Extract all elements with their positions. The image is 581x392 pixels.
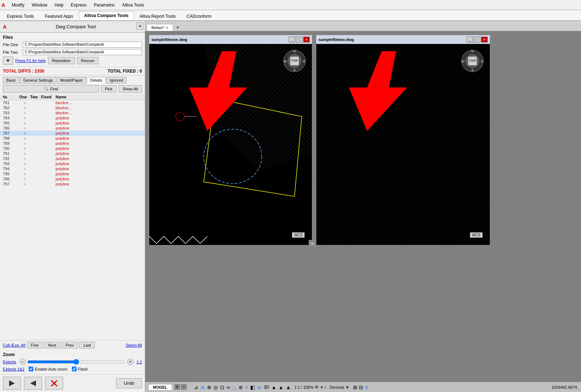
window-two-minimize[interactable]: _ bbox=[467, 37, 473, 42]
polar-icon[interactable]: ◎ bbox=[214, 384, 218, 390]
table-row[interactable]: 782 ○ blockre... bbox=[0, 105, 145, 110]
new-tab-button[interactable]: + bbox=[173, 24, 182, 31]
tab-add-icon[interactable]: + bbox=[181, 384, 187, 390]
find-button[interactable]: 🔍 Find bbox=[3, 85, 99, 93]
zoom-ratio[interactable]: 1:1 bbox=[137, 360, 142, 364]
otrack-icon[interactable]: ∞ bbox=[227, 384, 230, 390]
flash-label[interactable]: Flash bbox=[72, 367, 88, 371]
tab-altiva-compare[interactable]: Altiva Compare Tools bbox=[79, 11, 134, 20]
menu-help[interactable]: Help bbox=[51, 1, 67, 9]
table-row[interactable]: 791 ○ polyline bbox=[0, 151, 145, 156]
window-one-maximize[interactable]: □ bbox=[296, 37, 302, 42]
menu-altiva-tools[interactable]: Altiva Tools bbox=[118, 1, 147, 9]
forward-button[interactable] bbox=[3, 377, 21, 390]
table-row[interactable]: 783 ○ blockre... bbox=[0, 110, 145, 115]
dropdown-button[interactable]: ▼ bbox=[3, 57, 13, 65]
menu-modify[interactable]: Modify bbox=[8, 1, 28, 9]
tab-grid-icon[interactable]: ⊞ bbox=[174, 384, 180, 390]
extents-1-2-link[interactable]: Extents 1&2 bbox=[3, 367, 24, 371]
back-button[interactable] bbox=[24, 377, 42, 390]
table-row[interactable]: 785 ○ polyline bbox=[0, 121, 145, 126]
rescan-button[interactable]: Rescan bbox=[77, 57, 98, 64]
diff-table-body[interactable]: 781 ○ blockre... 782 ○ blockre... 783 ○ … bbox=[0, 100, 145, 234]
tab-general-settings[interactable]: General Settings bbox=[20, 77, 56, 83]
anno-icon[interactable]: ▲ bbox=[271, 384, 276, 390]
zoom-minus-button[interactable]: − bbox=[19, 359, 26, 365]
cad-tab-filetwo[interactable]: filetwo* ✕ bbox=[147, 24, 173, 31]
undo-button[interactable]: Undo bbox=[116, 378, 142, 388]
prev-button[interactable]: Prev bbox=[62, 342, 78, 348]
menu-parametric[interactable]: Parametric bbox=[90, 1, 118, 9]
ortho-icon[interactable]: ⊕ bbox=[207, 384, 211, 390]
zoom-settings-icon[interactable]: ⚙ bbox=[315, 385, 318, 389]
help-link[interactable]: Press F1 for help bbox=[15, 58, 46, 63]
extents-link[interactable]: Extents bbox=[3, 360, 16, 364]
tab-cadconform[interactable]: CADconform bbox=[181, 12, 217, 20]
view-icon-3[interactable]: ⊕ bbox=[365, 384, 369, 390]
zoom-in-icon[interactable]: + bbox=[320, 384, 323, 391]
tab-basic[interactable]: Basic bbox=[3, 77, 19, 83]
panel-close-button[interactable]: ✕ bbox=[136, 23, 143, 30]
table-row[interactable]: 789 ○ polyline bbox=[0, 141, 145, 146]
tab-model-paper[interactable]: Model/Paper bbox=[57, 77, 86, 83]
table-row[interactable]: 797 ○ polyline bbox=[0, 181, 145, 187]
table-row[interactable]: 794 ○ polyline bbox=[0, 166, 145, 171]
pick-button[interactable]: Pick bbox=[101, 85, 117, 93]
auto-zoom-checkbox[interactable] bbox=[29, 367, 33, 371]
sel-cycling-icon[interactable]: ⊕ bbox=[257, 384, 261, 390]
transp-icon[interactable]: ◧ bbox=[250, 384, 255, 390]
file-two-input[interactable]: C:\ProgramData\Altiva Software\BatchComp… bbox=[23, 49, 142, 55]
table-row[interactable]: 788 ○ polyline bbox=[0, 136, 145, 141]
reposition-button[interactable]: Reposition bbox=[48, 57, 75, 64]
next-button[interactable]: Next bbox=[44, 342, 60, 348]
table-row[interactable]: 795 ○ polyline bbox=[0, 171, 145, 176]
cancel-button[interactable] bbox=[45, 377, 63, 390]
grid-icon[interactable]: ⊞ bbox=[200, 384, 205, 390]
show-all-button[interactable]: Show All bbox=[119, 85, 142, 93]
table-row[interactable]: 787 ○ polyline bbox=[0, 131, 145, 136]
window-two-maximize[interactable]: □ bbox=[474, 37, 480, 42]
auto-zoom-label[interactable]: Enable Auto zoom bbox=[29, 367, 67, 371]
window-one-minimize[interactable]: _ bbox=[289, 37, 295, 42]
view-icon-2[interactable]: ⊟ bbox=[359, 384, 363, 390]
zoom-slider[interactable] bbox=[27, 359, 126, 365]
osnap-icon[interactable]: ⊡ bbox=[220, 384, 224, 390]
view-icon-1[interactable]: ⊞ bbox=[353, 384, 357, 390]
zoom-plus-button[interactable]: + bbox=[127, 359, 134, 365]
anno2-icon[interactable]: ▲ bbox=[279, 384, 284, 390]
tab-details[interactable]: Details bbox=[87, 77, 106, 83]
table-row[interactable]: 793 ○ polyline bbox=[0, 161, 145, 166]
first-button[interactable]: First bbox=[27, 342, 42, 348]
tab-featured-apps[interactable]: Featured Apps bbox=[39, 12, 78, 20]
table-row[interactable]: 784 ○ polyline bbox=[0, 115, 145, 121]
select-all-link[interactable]: Select All bbox=[126, 343, 142, 347]
model-tab[interactable]: MODEL bbox=[148, 384, 172, 391]
coll-exp-link[interactable]: Coll./Exp. All bbox=[3, 343, 25, 347]
table-row[interactable]: 792 ○ polyline bbox=[0, 156, 145, 161]
table-row[interactable]: 796 ○ polyline bbox=[0, 176, 145, 181]
file-one-input[interactable]: C:\ProgramData\Altiva Software\BatchComp… bbox=[23, 41, 142, 48]
lw-icon[interactable]: ≡ bbox=[245, 384, 248, 390]
ducs-icon[interactable]: △ bbox=[232, 384, 236, 390]
table-row[interactable]: 786 ○ polyline bbox=[0, 126, 145, 131]
dyn-icon[interactable]: ⊛ bbox=[239, 384, 243, 390]
window-two-close[interactable]: ✕ bbox=[481, 37, 488, 42]
flash-checkbox[interactable] bbox=[72, 367, 77, 371]
tab-altiva-report[interactable]: Altiva Report Tools bbox=[134, 12, 181, 20]
window-one-close[interactable]: ✕ bbox=[303, 37, 310, 42]
viewport-close-icon[interactable]: ✕ bbox=[309, 240, 316, 247]
cad-tab-close-icon[interactable]: ✕ bbox=[166, 26, 168, 30]
tab-express-tools[interactable]: Express Tools bbox=[1, 12, 39, 20]
table-row[interactable]: 781 ○ blockre... bbox=[0, 100, 145, 105]
drawing-content-two[interactable]: TOP N S W E WCS bbox=[316, 44, 490, 245]
menu-window[interactable]: Window bbox=[28, 1, 51, 9]
anno3-icon[interactable]: ▲ bbox=[286, 384, 291, 390]
menu-express[interactable]: Express bbox=[67, 1, 90, 9]
snap-icon[interactable]: ⊿ bbox=[194, 384, 198, 390]
3d-icon[interactable]: 3D bbox=[264, 385, 269, 390]
drawing-content-one[interactable]: TOP N S W E WCS bbox=[149, 44, 312, 245]
table-row[interactable]: 790 ○ polyline bbox=[0, 146, 145, 151]
last-button[interactable]: Last bbox=[79, 342, 95, 348]
tab-ignored[interactable]: Ignored bbox=[106, 77, 126, 83]
units-dropdown-icon[interactable]: ▼ bbox=[345, 385, 349, 389]
